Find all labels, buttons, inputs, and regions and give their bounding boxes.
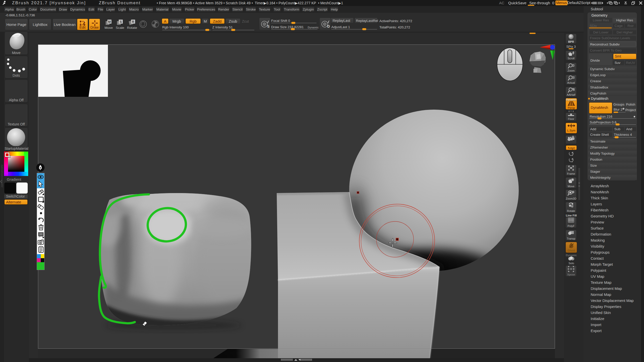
svg-text:Y: Y: [572, 154, 573, 157]
svg-text:z: z: [572, 160, 573, 163]
svg-text:x1: x1: [572, 76, 575, 79]
svg-text:M: M: [108, 20, 111, 24]
svg-text:S: S: [120, 20, 122, 24]
svg-text:R: R: [132, 20, 134, 24]
svg-text:S: S: [267, 24, 269, 28]
svg-text:D: D: [327, 24, 330, 28]
